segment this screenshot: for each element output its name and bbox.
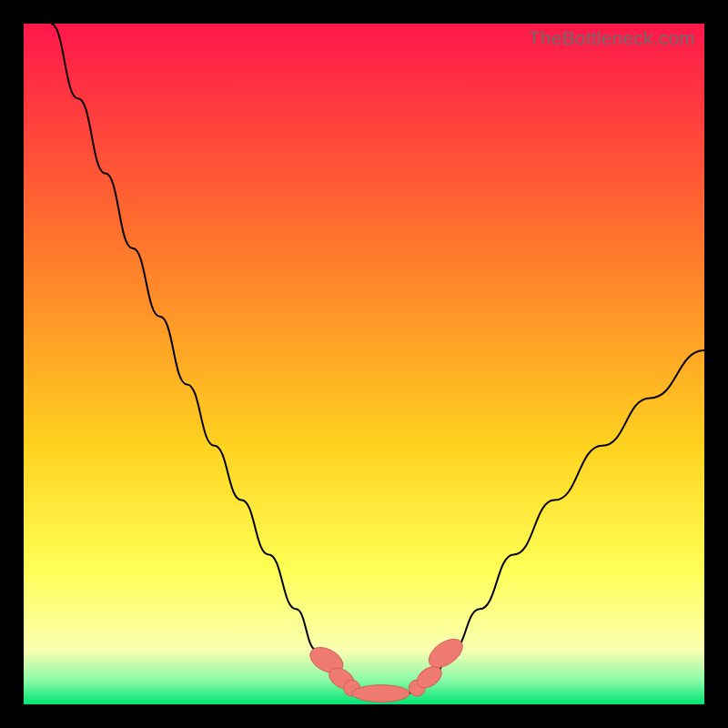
gradient-bg <box>24 24 704 704</box>
plot-area: TheBottleneck.com <box>24 24 704 704</box>
chart-svg <box>24 24 704 704</box>
outer-frame: TheBottleneck.com <box>0 0 728 728</box>
marker-3 <box>352 685 410 703</box>
watermark-text: TheBottleneck.com <box>529 27 695 49</box>
